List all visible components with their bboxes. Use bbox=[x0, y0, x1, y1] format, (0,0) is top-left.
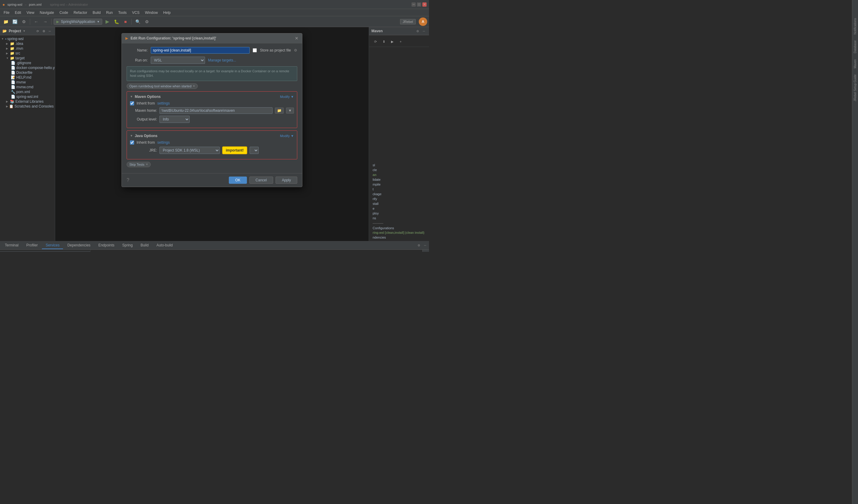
ok-button[interactable]: OK bbox=[229, 177, 247, 184]
store-file-checkbox[interactable] bbox=[253, 48, 257, 52]
menu-navigate[interactable]: Navigate bbox=[37, 10, 57, 15]
run-config-selector[interactable]: ▶ SpringWslApplication ▼ bbox=[54, 19, 102, 25]
gear-btn[interactable]: ⚙ bbox=[143, 18, 151, 26]
log-scroll-top-btn[interactable]: ↑ bbox=[423, 251, 429, 252]
tree-item-dockerfile[interactable]: 📄 Dockerfile bbox=[10, 70, 55, 75]
menu-edit[interactable]: Edit bbox=[12, 10, 23, 15]
minimize-button[interactable]: ─ bbox=[412, 2, 416, 6]
dialog-close-button[interactable]: ✕ bbox=[295, 36, 299, 41]
services-list-btn[interactable]: ☰ bbox=[10, 251, 18, 252]
tree-item-extlibs[interactable]: ▶ 📚 External Libraries bbox=[5, 99, 55, 104]
open-tool-window-chip[interactable]: Open run/debug tool window when started … bbox=[127, 83, 198, 89]
tab-endpoints[interactable]: Endpoints bbox=[95, 242, 118, 249]
search-btn[interactable]: 🔍 bbox=[134, 18, 142, 26]
tree-item-scratches[interactable]: ▶ 📋 Scratches and Consoles bbox=[5, 104, 55, 109]
maven-item-10[interactable]: ploy bbox=[371, 211, 427, 216]
maven-item-6[interactable]: ckage bbox=[371, 192, 427, 196]
maven-add-btn[interactable]: + bbox=[397, 38, 404, 46]
menu-build[interactable]: Build bbox=[90, 10, 103, 15]
maven-item-13[interactable]: ring-wsl [clean,install] (clean install) bbox=[371, 230, 427, 235]
bottom-settings-btn[interactable]: ⚙ bbox=[416, 243, 422, 248]
sidebar-sync-btn[interactable]: ⟳ bbox=[35, 28, 41, 34]
menu-code[interactable]: Code bbox=[57, 10, 70, 15]
jre-select[interactable]: Project SDK 1.8 (WSL) bbox=[159, 147, 220, 154]
maven-options-modify-link[interactable]: Modify ▼ bbox=[280, 95, 294, 98]
menu-window[interactable]: Window bbox=[143, 10, 160, 15]
back-btn[interactable]: ← bbox=[32, 18, 40, 26]
maven-options-header[interactable]: ▼ Maven Options Modify ▼ bbox=[130, 95, 294, 99]
tab-services[interactable]: Services bbox=[42, 242, 63, 249]
tree-item-gitignore[interactable]: 📄 .gitignore bbox=[10, 61, 55, 65]
tab-build[interactable]: Build bbox=[137, 242, 152, 249]
tree-item-target[interactable]: ▼ 📁 target bbox=[5, 56, 55, 61]
services-add-btn[interactable]: + bbox=[44, 251, 52, 252]
name-input[interactable] bbox=[151, 47, 250, 54]
maven-item-3[interactable]: lidate bbox=[371, 177, 427, 182]
help-icon[interactable]: ? bbox=[127, 177, 129, 183]
java-settings-link[interactable]: settings bbox=[157, 141, 170, 145]
menu-refactor[interactable]: Refactor bbox=[71, 10, 90, 15]
maven-item-5[interactable]: t bbox=[371, 187, 427, 192]
project-view-btn[interactable]: 📁 bbox=[2, 18, 10, 26]
maven-minimize-btn[interactable]: ─ bbox=[421, 28, 427, 34]
maven-settings-btn[interactable]: ⚙ bbox=[415, 28, 420, 34]
maven-home-browse-btn[interactable]: 📁 bbox=[275, 108, 284, 114]
maven-home-dropdown-btn[interactable]: ▼ bbox=[286, 108, 294, 114]
menu-help[interactable]: Help bbox=[161, 10, 173, 15]
sidebar-dropdown[interactable]: ▼ bbox=[23, 30, 26, 33]
inherit-java-checkbox[interactable] bbox=[130, 141, 134, 145]
tab-autobuild[interactable]: Auto-build bbox=[153, 242, 176, 249]
sync-btn[interactable]: 🔄 bbox=[11, 18, 19, 26]
maven-item-2[interactable]: an bbox=[371, 172, 427, 177]
maven-refresh-btn[interactable]: ⟳ bbox=[371, 38, 379, 46]
tab-spring[interactable]: Spring bbox=[119, 242, 137, 249]
close-button[interactable]: ✕ bbox=[423, 2, 427, 6]
run-on-select[interactable]: WSL bbox=[151, 56, 205, 64]
services-collapse-btn[interactable]: ⊟ bbox=[27, 251, 35, 252]
tab-dependencies[interactable]: Dependencies bbox=[64, 242, 94, 249]
store-file-settings-icon[interactable]: ⚙ bbox=[294, 48, 297, 52]
java-options-header[interactable]: ▼ Java Options Modify ▼ bbox=[130, 134, 294, 138]
maven-item-1[interactable]: cle bbox=[371, 167, 427, 172]
tree-item-dockercompose[interactable]: 📄 docker-compose-hello.yml bbox=[10, 65, 55, 70]
tab-profiler[interactable]: Profiler bbox=[22, 242, 41, 249]
tree-item-mvnw[interactable]: 📄 mvnw bbox=[10, 80, 55, 85]
maven-home-input[interactable] bbox=[159, 107, 272, 114]
jre-extra-select[interactable]: ▼ bbox=[250, 147, 259, 154]
run-btn[interactable]: ▶ bbox=[104, 18, 111, 26]
user-avatar[interactable]: A bbox=[419, 17, 427, 26]
maven-run-btn[interactable]: ▶ bbox=[388, 38, 396, 46]
maven-item-0[interactable]: sl bbox=[371, 163, 427, 167]
maven-settings-link[interactable]: settings bbox=[157, 101, 170, 105]
forward-btn[interactable]: → bbox=[41, 18, 49, 26]
maven-item-8[interactable]: stall bbox=[371, 201, 427, 206]
tree-item-mvnwcmd[interactable]: 📄 mvnw.cmd bbox=[10, 85, 55, 90]
maximize-button[interactable]: □ bbox=[417, 2, 421, 6]
debug-btn[interactable]: 🐛 bbox=[112, 18, 120, 26]
services-filter-btn[interactable]: ⚙ bbox=[35, 251, 44, 252]
maven-item-4[interactable]: mpile bbox=[371, 182, 427, 187]
apply-button[interactable]: Apply bbox=[275, 177, 297, 184]
maven-item-11[interactable]: ns bbox=[371, 216, 427, 221]
maven-item-12[interactable]: Configurations bbox=[371, 226, 427, 230]
sidebar-minimize-btn[interactable]: ─ bbox=[47, 28, 52, 34]
tab-terminal[interactable]: Terminal bbox=[1, 242, 22, 249]
maven-item-14[interactable]: ndencies bbox=[371, 235, 427, 240]
tree-item-help[interactable]: 📝 HELP.md bbox=[10, 75, 55, 80]
bottom-minimize-btn[interactable]: ─ bbox=[423, 243, 428, 248]
tree-root[interactable]: ▼ ▪ spring-wsl bbox=[0, 36, 55, 41]
services-run-btn[interactable]: ▶ bbox=[2, 251, 10, 252]
output-level-select[interactable]: Info bbox=[159, 116, 190, 123]
sidebar-settings-btn[interactable]: ⚙ bbox=[41, 28, 46, 34]
tree-item-springwsliml[interactable]: 📄 spring-wsl.iml bbox=[10, 94, 55, 99]
tree-item-src[interactable]: ▶ 📁 src bbox=[5, 51, 55, 56]
skip-tests-chip[interactable]: Skip Tests ✕ bbox=[127, 162, 151, 167]
menu-vcs[interactable]: VCS bbox=[130, 10, 142, 15]
settings-btn[interactable]: ⚙ bbox=[20, 18, 28, 26]
menu-view[interactable]: View bbox=[24, 10, 37, 15]
open-tool-window-remove[interactable]: ✕ bbox=[193, 84, 195, 88]
tree-item-pom[interactable]: 🔧 pom.xml bbox=[10, 90, 55, 94]
maven-item-9[interactable]: e bbox=[371, 206, 427, 211]
stop-btn[interactable]: ■ bbox=[122, 18, 129, 26]
menu-run[interactable]: Run bbox=[104, 10, 115, 15]
